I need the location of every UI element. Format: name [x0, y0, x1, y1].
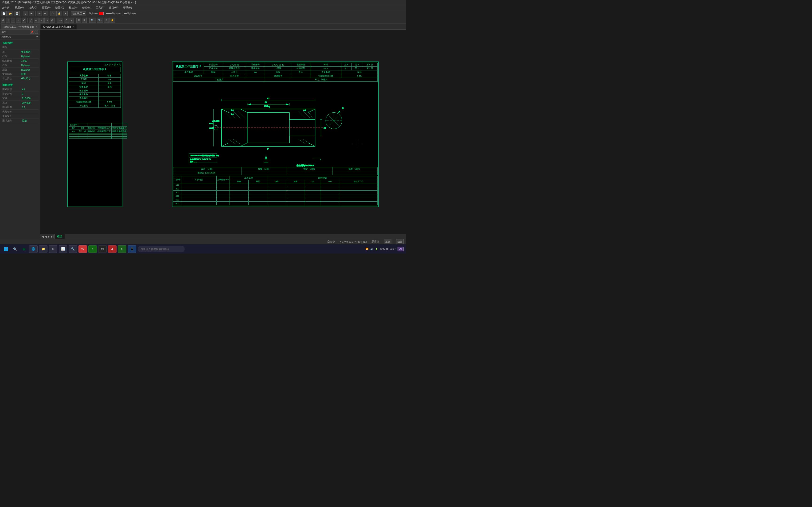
part-name-val: 小活塞: [265, 67, 291, 70]
step-300-p2: [286, 190, 305, 194]
layer-select[interactable]: 粗实线层: [71, 11, 86, 16]
model-nav-prev[interactable]: ◀: [45, 235, 47, 238]
tool-t[interactable]: T: [6, 17, 10, 23]
bylayer-label: ByLayer: [89, 12, 98, 15]
windows-button[interactable]: [2, 245, 10, 253]
explorer-app[interactable]: 📁: [39, 245, 47, 253]
menu-window[interactable]: 窗口(W): [108, 5, 119, 10]
tool-a[interactable]: A: [1, 17, 5, 23]
status-mode2[interactable]: 线宽: [396, 239, 404, 244]
tool-arc[interactable]: ◡: [44, 17, 49, 23]
save-button[interactable]: 💾: [14, 11, 20, 16]
tab-active[interactable]: GYQD-98-13小活塞.exb ✕: [41, 24, 77, 30]
tool-b1[interactable]: ↕: [11, 17, 15, 23]
menu-format[interactable]: 格式(O): [28, 5, 38, 10]
tab-template-close[interactable]: ✕: [36, 25, 38, 28]
ai-button[interactable]: Ai: [398, 247, 404, 251]
tool-text[interactable]: A: [50, 17, 54, 23]
panel-pin[interactable]: 📌: [30, 31, 34, 34]
search-button[interactable]: 🔍: [11, 245, 19, 253]
prop-label-coord: 坐标系数: [1, 92, 21, 96]
app-6[interactable]: ♟: [108, 245, 116, 253]
step-100-p3: [305, 183, 321, 187]
print-button[interactable]: 🖨: [23, 11, 28, 16]
color-indicator[interactable]: [99, 12, 104, 15]
app-8[interactable]: 📱: [128, 245, 136, 253]
model-nav-next-next[interactable]: ▶|: [51, 235, 54, 238]
drawing-area[interactable]: 总 6 页 4 第 4 页 机械加工作业指导卡 工序名称 精车: [40, 30, 406, 239]
tool-b2[interactable]: ↔: [16, 17, 21, 23]
pc-r9-2: [78, 138, 87, 139]
proc-num-val2: 60: [246, 70, 265, 74]
app-1[interactable]: 📊: [59, 245, 67, 253]
preview-button[interactable]: 👁: [29, 11, 34, 16]
svg-text:1.6: 1.6: [231, 109, 234, 111]
steps-table: 工步号 工步内容 主轴转速r/min 工步工时 过程控制 机床 量器 编号 频率: [173, 176, 377, 205]
tool-circle[interactable]: ○: [40, 17, 44, 23]
menu-view[interactable]: 视图(V): [14, 5, 25, 10]
title-text: 子图板 2020 - [D:\环铁\制一\工艺文件\机加工工艺\GYQD-98离…: [2, 1, 136, 4]
app-5[interactable]: 🎮: [98, 245, 107, 253]
tool-line[interactable]: ╱: [29, 17, 33, 23]
tool-zoom-in[interactable]: 🔍+: [89, 17, 96, 23]
sheet-props-table: 图幅面积A4 坐标系数0 宽度210.000 高度297.000 图纸比例1:1…: [1, 87, 39, 123]
panel-close[interactable]: ✕: [35, 31, 38, 34]
tool-hatch[interactable]: ▨: [77, 17, 81, 23]
prop-value-layer: 粗实线层: [20, 50, 39, 54]
taskbar: 🔍 ⊞ 🌐 📁 ✉ 📊 🔧 W X 🎮 ♟ S 📱 📶 🔊 🔋 25°C 雨 2…: [0, 244, 406, 253]
tool-ang[interactable]: ∠: [64, 17, 69, 23]
menu-dim[interactable]: 标注(N): [68, 5, 79, 10]
tool-pan[interactable]: ✋: [109, 17, 115, 23]
step-500-m: [230, 198, 249, 202]
menu-page[interactable]: 幅面(P): [41, 5, 52, 10]
model-nav-prev-prev[interactable]: |◀: [41, 235, 44, 238]
prop-label-linetype: 线型: [1, 54, 20, 59]
menu-help[interactable]: 帮助(H): [122, 5, 133, 10]
tool-dim[interactable]: ⟺: [57, 17, 63, 23]
taskbar-search-input[interactable]: [138, 246, 185, 252]
tool-zoom-all[interactable]: ⊠: [104, 17, 109, 23]
status-mode1[interactable]: 正交: [384, 239, 392, 244]
tool-zoom-out[interactable]: 🔍-: [97, 17, 103, 23]
tab-template[interactable]: 机械加工工序卡片模板.exb ✕: [1, 24, 40, 30]
edge-app[interactable]: 🌐: [29, 245, 38, 253]
tab-active-close[interactable]: ✕: [72, 25, 74, 28]
menu-draw[interactable]: 绘图(D): [54, 5, 65, 10]
app-3[interactable]: W: [79, 245, 87, 253]
product-name-label: 产品名称: [204, 67, 223, 70]
tool-sym[interactable]: ⌀: [69, 17, 74, 23]
step-300-p1: [267, 190, 286, 194]
menu-tools[interactable]: 工具(T): [95, 5, 105, 10]
app-4[interactable]: X: [88, 245, 97, 253]
step-500-num: 500: [173, 198, 182, 202]
step-200-q: [249, 187, 267, 190]
delete-button[interactable]: ✂: [63, 11, 68, 16]
open-button[interactable]: 📂: [7, 11, 13, 16]
s1-equip-label: 设备名称: [69, 85, 98, 89]
sheet1-main-title: 机械加工作业指导卡: [69, 67, 121, 72]
svg-text:∇: ∇: [267, 148, 269, 151]
app-7[interactable]: S: [118, 245, 126, 253]
menu-file[interactable]: 文件(F): [1, 5, 11, 10]
approval-area: 设计（日期） 校核（日期） 管辖（日期） 批准（日期） 蔡邵志（2021/9/1…: [173, 167, 377, 175]
tool-block[interactable]: ⊞: [82, 17, 87, 23]
model-tab[interactable]: 模型: [54, 234, 65, 239]
tool-rect[interactable]: ▭: [34, 17, 39, 23]
select-button[interactable]: ⬡: [51, 11, 55, 16]
menu-modify[interactable]: 修改(M): [81, 5, 92, 10]
fixture-num-val2: [291, 74, 310, 78]
app-2[interactable]: 🔧: [68, 245, 77, 253]
mail-app[interactable]: ✉: [49, 245, 57, 253]
step-400-content: [182, 194, 216, 198]
redo-button[interactable]: ↪: [43, 11, 47, 16]
lock-button[interactable]: 🔒: [56, 11, 62, 16]
undo-button[interactable]: ↩: [37, 11, 42, 16]
design-label: 设计（日期）: [173, 167, 242, 171]
info-expand[interactable]: ▼: [36, 36, 38, 38]
model-nav-next[interactable]: ▶: [48, 235, 50, 238]
tool-b3[interactable]: ⤢: [21, 17, 26, 23]
pc-r1-method: 验量/设施/工器具: [111, 130, 127, 133]
new-button[interactable]: 📄: [1, 11, 7, 16]
task-view-button[interactable]: ⊞: [20, 245, 28, 253]
sep10: [88, 18, 88, 22]
